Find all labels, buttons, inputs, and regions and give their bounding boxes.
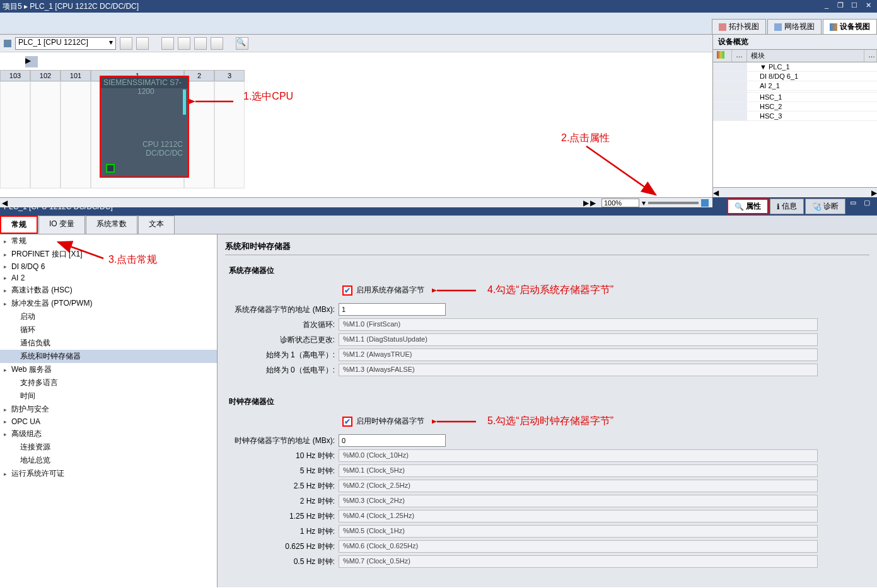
clk-title: 时钟存储器位: [225, 396, 869, 407]
caret-icon: ▸: [4, 275, 9, 281]
close-button[interactable]: ✕: [862, 1, 874, 11]
subtab-const[interactable]: 系统常数: [86, 216, 137, 234]
nav-item[interactable]: ▸防护与安全: [0, 403, 217, 416]
slot-cell[interactable]: [30, 81, 61, 188]
field-label: 0.625 Hz 时钟:: [225, 541, 339, 552]
h-scrollbar[interactable]: ◀ ▶ ▶ 100% ▾: [0, 197, 712, 207]
minimize-button[interactable]: _: [820, 1, 833, 11]
nav-item[interactable]: ▸高速计数器 (HSC): [0, 284, 217, 297]
tab-info[interactable]: ℹ信息: [770, 199, 804, 214]
tab-topology[interactable]: 拓扑视图: [712, 19, 766, 34]
toolbar-btn-4[interactable]: [178, 37, 190, 50]
caret-icon: ▸: [4, 287, 9, 294]
panel-max-icon[interactable]: ▢: [861, 199, 873, 209]
col-module[interactable]: 模块: [747, 50, 864, 62]
overview-row[interactable]: ▼ PLC_1: [713, 62, 877, 72]
tab-network[interactable]: 网络视图: [767, 19, 822, 34]
tab-properties[interactable]: 🔍属性: [727, 199, 769, 214]
nav-item[interactable]: 支持多语言: [0, 376, 217, 389]
field-label: 诊断状态已更改:: [225, 335, 339, 345]
subtab-text[interactable]: 文本: [138, 216, 175, 234]
nav-item[interactable]: 地址总览: [0, 454, 217, 467]
overview-row[interactable]: HSC_3: [713, 112, 877, 121]
nav-item[interactable]: 启动: [0, 310, 217, 323]
check-icon: ✔: [344, 286, 351, 295]
nav-item[interactable]: ▸运行系统许可证: [0, 467, 217, 480]
slot-cell[interactable]: [61, 81, 91, 188]
field-value: %M1.2 (AlwaysTRUE): [339, 349, 818, 361]
ov-scrollbar[interactable]: ◀▶: [713, 187, 877, 197]
check-icon: ✔: [344, 417, 351, 426]
slot-103: 103: [0, 70, 30, 81]
annotation-arrow-5: [432, 417, 482, 427]
nav-item[interactable]: 连接资源: [0, 441, 217, 454]
nav-item[interactable]: ▸PROFINET 接口 [X1]: [0, 248, 217, 261]
chevron-down-icon[interactable]: ▾: [642, 199, 646, 207]
field-value: %M0.0 (Clock_10Hz): [339, 449, 818, 462]
caret-icon: ▸: [4, 471, 9, 477]
field-value: %M0.6 (Clock_0.625Hz): [339, 540, 818, 553]
subtab-io[interactable]: IO 变量: [38, 216, 85, 234]
nav-item[interactable]: ▸常规: [0, 234, 217, 248]
field-value: %M0.2 (Clock_2.5Hz): [339, 480, 818, 492]
overview-row[interactable]: HSC_2: [713, 102, 877, 112]
sys-addr-input[interactable]: [339, 303, 446, 316]
restore-button[interactable]: ❐: [834, 1, 847, 11]
enable-system-memory-checkbox[interactable]: ✔: [342, 285, 352, 296]
tab-device[interactable]: 设备视图: [823, 19, 877, 34]
col-dots: …: [732, 50, 747, 62]
clk-addr-label: 时钟存储器字节的地址 (MBx):: [225, 435, 339, 446]
caret-icon: ▸: [4, 406, 9, 413]
device-icon: [830, 23, 837, 31]
overview-row[interactable]: AI 2_1: [713, 81, 877, 91]
caret-icon: ▸: [4, 251, 9, 258]
device-selector[interactable]: PLC_1 [CPU 1212C]▾: [15, 37, 116, 50]
subtab-general[interactable]: 常规: [0, 216, 38, 234]
annotation-4: 4.勾选“启动系统存储器字节”: [487, 284, 613, 297]
maximize-button[interactable]: ☐: [848, 1, 861, 11]
tab-diagnostics[interactable]: 🩺诊断: [805, 199, 845, 214]
overview-row[interactable]: HSC_1: [713, 93, 877, 102]
field-value: %M0.4 (Clock_1.25Hz): [339, 510, 818, 522]
toolbar-btn-2[interactable]: [136, 37, 149, 50]
field-label: 始终为 0（低电平）:: [225, 365, 339, 376]
annotation-1: 1.选中CPU: [243, 90, 293, 103]
nav-item[interactable]: 系统和时钟存储器: [0, 350, 217, 363]
toolbar-btn-1[interactable]: [120, 37, 132, 50]
clk-addr-input[interactable]: [339, 434, 446, 447]
toolbar-btn-6[interactable]: [211, 37, 223, 50]
sys-addr-label: 系统存储器字节的地址 (MBx):: [225, 304, 339, 315]
device-overview: 设备概览 … 模块 … ▼ PLC_1DI 8/DQ 6_1AI 2_1HSC_…: [713, 35, 877, 197]
device-view: PLC_1 [CPU 1212C]▾ 🔍 ▶ 103 102 101 1 2 3…: [0, 35, 713, 197]
nav-item[interactable]: ▸高级组态: [0, 427, 217, 441]
nav-item[interactable]: ▸脉冲发生器 (PTO/PWM): [0, 297, 217, 310]
fit-icon[interactable]: [701, 199, 709, 207]
nav-item[interactable]: ▸DI 8/DQ 6: [0, 261, 217, 272]
nav-item[interactable]: 通信负载: [0, 337, 217, 350]
nav-item[interactable]: 时间: [0, 389, 217, 403]
zoom-slider[interactable]: [648, 202, 699, 204]
cpu-led-strip: [183, 89, 186, 115]
nav-item[interactable]: ▸AI 2: [0, 272, 217, 284]
nav-item[interactable]: ▸Web 服务器: [0, 363, 217, 376]
enable-clock-memory-checkbox[interactable]: ✔: [342, 417, 352, 427]
toolbar-btn-5[interactable]: [194, 37, 207, 50]
slot-cell[interactable]: [214, 81, 245, 188]
nav-item[interactable]: 循环: [0, 323, 217, 337]
zoom-input[interactable]: 100%: [601, 199, 639, 207]
annotation-arrow-2: [580, 143, 662, 197]
content-area: 系统和时钟存储器 系统存储器位 ✔ 启用系统存储器字节 4.勾选“启动系统存储器…: [218, 234, 877, 587]
field-label: 0.5 Hz 时钟:: [225, 556, 339, 567]
zoom-button[interactable]: 🔍: [236, 37, 248, 50]
overview-row[interactable]: DI 8/DQ 6_1: [713, 72, 877, 81]
toolbar-btn-3[interactable]: [161, 37, 174, 50]
rack-canvas[interactable]: ▶ 103 102 101 1 2 3 ck_0 SIEMENSSIMATIC …: [0, 52, 712, 197]
slot-cell[interactable]: [0, 81, 30, 188]
caret-icon: ▸: [4, 367, 9, 373]
nav-item[interactable]: ▸OPC UA: [0, 416, 217, 427]
diag-icon: 🩺: [812, 202, 822, 211]
panel-min-icon[interactable]: ▭: [847, 199, 859, 209]
caret-icon: ▸: [4, 301, 9, 307]
view-tabs: 拓扑视图 网络视图 设备视图: [0, 19, 877, 35]
cpu-module[interactable]: SIEMENSSIMATIC S7-1200 CPU 1212CDC/DC/DC: [100, 76, 189, 178]
